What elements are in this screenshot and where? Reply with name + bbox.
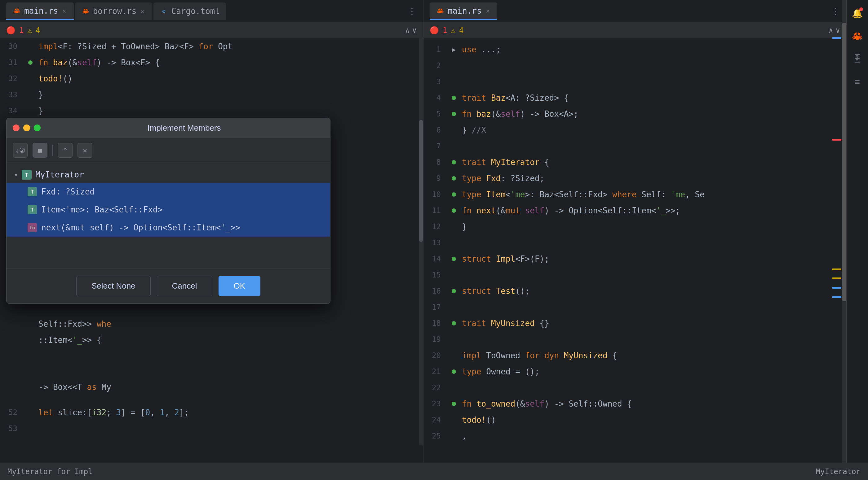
rust-plugin-icon-button[interactable]: 🦀 xyxy=(850,29,864,43)
right-line-23: 23 fn to_owned(&self) -> Self::Owned { xyxy=(424,396,846,412)
right-line-6: 6 } //X xyxy=(424,122,846,138)
code-line-52: 52 let slice:[i32; 3] = [0, 1, 2]; xyxy=(0,405,423,420)
right-editor-pane: 🦀 main.rs ✕ ⋮ 🔴 1 ⚠ 4 ∧ ∨ xyxy=(423,0,846,462)
left-scrollbar[interactable] xyxy=(419,38,423,445)
right-line-13: 13 xyxy=(424,235,846,251)
tab-borrow-rs[interactable]: 🦀 borrow.rs ✕ xyxy=(75,2,152,20)
sort-icon: ↓② xyxy=(15,146,25,154)
dot-yellow[interactable] xyxy=(23,125,30,131)
item-fxd-label: Fxd: ?Sized xyxy=(41,187,95,196)
code-line-32: 32 todo!() xyxy=(0,71,423,87)
error-count-right: 1 xyxy=(443,26,447,35)
implement-members-modal: Implement Members ↓② ■ ⌃ ✕ xyxy=(6,118,331,304)
modal-titlebar: Implement Members xyxy=(6,118,330,138)
titlebar-dots xyxy=(13,125,41,131)
error-icon-left: 🔴 xyxy=(6,26,16,35)
warning-count-left: 4 xyxy=(36,26,40,35)
error-icon-right: 🔴 xyxy=(430,26,439,35)
nav-up-right[interactable]: ∧ xyxy=(829,26,833,35)
gutter-dot-31 xyxy=(28,60,33,65)
code-line-box: -> Box<<T as My xyxy=(0,379,423,395)
spacer3 xyxy=(0,395,423,405)
rust-icon-right: 🦀 xyxy=(436,6,444,15)
menu-icon-button[interactable]: ≡ xyxy=(850,75,864,89)
rust-icon-2: 🦀 xyxy=(81,7,90,15)
database-icon-button[interactable]: 🗄 xyxy=(850,52,864,66)
item-me-label: Item<'me>: Baz<Self::Fxd> xyxy=(41,205,162,214)
right-sidebar: 🔔 🦀 🗄 ≡ xyxy=(846,0,868,462)
left-scrollbar-thumb xyxy=(419,120,423,242)
tab-main-rs-right-close[interactable]: ✕ xyxy=(485,6,491,15)
right-line-1: 1 ▶ use ...; xyxy=(424,41,846,58)
expand-button[interactable]: ⌃ xyxy=(58,143,72,158)
tab-main-rs-left-label: main.rs xyxy=(24,6,58,15)
gutter-dot-r18 xyxy=(452,321,456,325)
gutter-dot-r9 xyxy=(452,176,456,180)
tab-cargo-toml-label: Cargo.toml xyxy=(172,6,220,16)
right-line-20: 20 impl ToOwned for dyn MyUnsized { xyxy=(424,347,846,364)
right-line-7: 7 xyxy=(424,138,846,154)
ok-button[interactable]: OK xyxy=(219,276,261,296)
square-icon: ■ xyxy=(38,146,42,154)
tree-item-item-me[interactable]: T Item<'me>: Baz<Self::Fxd> xyxy=(6,201,330,219)
status-bar-right: MyIterator xyxy=(816,467,861,476)
trait-group-icon: T xyxy=(22,170,32,180)
gutter-dot-r8 xyxy=(452,160,456,165)
tab-main-rs-left[interactable]: 🦀 main.rs ✕ xyxy=(6,2,74,20)
tab-borrow-rs-label: borrow.rs xyxy=(93,6,137,16)
indicator-blue-3 xyxy=(832,296,841,298)
notification-icon-button[interactable]: 🔔 xyxy=(850,6,864,20)
gutter-dot-r23 xyxy=(452,402,456,406)
indicator-yellow-1 xyxy=(832,269,841,270)
nav-arrows-right: ∧ ∨ xyxy=(829,26,840,35)
close-toolbar-icon: ✕ xyxy=(83,146,87,154)
square-button[interactable]: ■ xyxy=(33,143,48,158)
dot-red[interactable] xyxy=(13,125,20,131)
tab-main-rs-right[interactable]: 🦀 main.rs ✕ xyxy=(430,2,497,20)
tab-cargo-toml[interactable]: ⚙ Cargo.toml xyxy=(153,2,226,20)
gutter-dot-r10 xyxy=(452,192,456,197)
code-line-30: 30 impl<F: ?Sized + ToOwned> Baz<F> for … xyxy=(0,38,423,55)
tree-group-myiterator[interactable]: ▾ T MyIterator xyxy=(6,167,330,183)
nav-up-left[interactable]: ∧ xyxy=(405,26,409,35)
right-line-15: 15 xyxy=(424,267,846,283)
tree-group-label: MyIterator xyxy=(35,170,84,179)
gutter-dot-r5 xyxy=(452,112,456,116)
select-none-button[interactable]: Select None xyxy=(76,276,151,296)
right-scrollbar-thumb xyxy=(842,23,846,301)
right-line-19: 19 xyxy=(424,331,846,347)
right-scrollbar[interactable] xyxy=(842,0,846,462)
more-tabs-button[interactable]: ⋮ xyxy=(407,6,416,16)
tab-main-rs-left-close[interactable]: ✕ xyxy=(61,6,68,15)
item-next-label: next(&mut self) -> Option<Self::Item<'_>… xyxy=(41,223,240,232)
cancel-button[interactable]: Cancel xyxy=(157,276,212,296)
right-tab-bar: 🦀 main.rs ✕ ⋮ xyxy=(424,0,846,22)
modal-title: Implement Members xyxy=(44,123,324,133)
spacer2 xyxy=(0,348,423,379)
gutter-dot-r21 xyxy=(452,370,456,374)
gutter-dot-r16 xyxy=(452,289,456,293)
left-error-bar: 🔴 1 ⚠ 4 ∧ ∨ xyxy=(0,22,423,38)
right-line-22: 22 xyxy=(424,380,846,396)
warning-count-right: 4 xyxy=(459,26,463,35)
modal-tree: ▾ T MyIterator T Fxd: ?Sized T Item<'me>… xyxy=(6,163,330,268)
tab-borrow-rs-close[interactable]: ✕ xyxy=(140,7,146,15)
nav-down-left[interactable]: ∨ xyxy=(412,26,416,35)
right-line-4: 4 trait Baz<A: ?Sized> { xyxy=(424,90,846,106)
dot-green[interactable] xyxy=(34,125,41,131)
right-line-3: 3 xyxy=(424,74,846,90)
gutter-dot-r14 xyxy=(452,257,456,261)
right-line-14: 14 struct Impl<F>(F); xyxy=(424,251,846,267)
sort-button[interactable]: ↓② xyxy=(13,143,28,158)
toolbar-separator xyxy=(52,145,53,156)
notification-dot xyxy=(859,7,863,11)
tree-item-fxd[interactable]: T Fxd: ?Sized xyxy=(6,183,330,201)
close-toolbar-button[interactable]: ✕ xyxy=(78,143,92,158)
gutter-dot-r4 xyxy=(452,96,456,100)
more-tabs-right-button[interactable]: ⋮ xyxy=(831,6,840,16)
fn-icon-next: fn xyxy=(28,223,37,232)
nav-arrows-left: ∧ ∨ xyxy=(405,26,416,35)
right-error-bar: 🔴 1 ⚠ 4 ∧ ∨ xyxy=(424,22,846,38)
nav-down-right[interactable]: ∨ xyxy=(836,26,840,35)
tree-item-next[interactable]: fn next(&mut self) -> Option<Self::Item<… xyxy=(6,219,330,237)
